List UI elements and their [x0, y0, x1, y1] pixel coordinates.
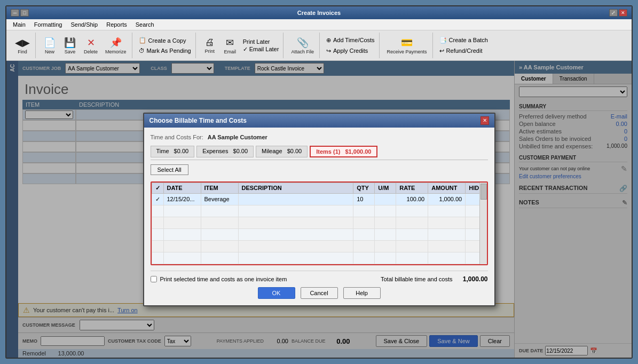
modal-tab-items[interactable]: Items (1) $1,000.00: [310, 146, 377, 157]
col-rate: RATE: [396, 183, 428, 193]
modal-footer-left: Print selected time and costs as one inv…: [151, 276, 287, 282]
table-row: [152, 240, 486, 252]
pending-icon: ⏱: [139, 48, 145, 54]
memorize-button[interactable]: 📌 Memorize: [102, 34, 130, 57]
add-time-icon: ⊕: [326, 37, 331, 44]
desc-cell-2: [238, 205, 353, 217]
col-qty: QTY: [353, 183, 375, 193]
refund-icon: ↩: [439, 48, 444, 54]
modal-title-bar: Choose Billable Time and Costs ✕: [144, 114, 494, 128]
apply-credits-icon: ↪: [326, 48, 331, 54]
toolbar: ◀▶ Find 📄 New 💾 Save ✕ Delete 📌 Memorize: [6, 30, 632, 61]
col-um: U/M: [375, 183, 396, 193]
menu-reports[interactable]: Reports: [102, 20, 131, 29]
toolbar-group-batch: 📑 Create a Batch ↩ Refund/Credit: [435, 33, 492, 58]
modal-footer-right: Total billable time and costs 1,000.00: [381, 275, 488, 283]
item-cell-2: [201, 205, 238, 217]
refund-credit-button[interactable]: ↩ Refund/Credit: [437, 46, 490, 56]
modal-dialog: Choose Billable Time and Costs ✕ Time an…: [143, 113, 495, 306]
date-cell-2: [163, 205, 201, 217]
attach-icon: 📎: [297, 37, 309, 49]
add-time-costs-button[interactable]: ⊕ Add Time/Costs: [324, 36, 377, 45]
mark-pending-button[interactable]: ⏱ Mark As Pending: [137, 46, 193, 55]
total-label: Total billable time and costs: [381, 276, 453, 282]
modal-ok-button[interactable]: OK: [258, 287, 295, 299]
col-amount: AMOUNT: [428, 183, 466, 193]
modal-close-button[interactable]: ✕: [481, 116, 489, 125]
find-icon: ◀▶: [15, 37, 30, 49]
toolbar-group-copy: 📋 Create a Copy ⏱ Mark As Pending: [135, 33, 196, 58]
col-date: DATE: [163, 183, 201, 193]
close-btn[interactable]: ✕: [619, 9, 627, 17]
delete-button[interactable]: ✕ Delete: [81, 34, 101, 57]
date-cell-1: 12/15/20...: [163, 193, 201, 205]
print-checkbox[interactable]: [151, 276, 157, 282]
delete-icon: ✕: [87, 37, 95, 49]
save-button[interactable]: 💾 Save: [60, 34, 80, 57]
modal-title: Choose Billable Time and Costs: [149, 117, 247, 124]
receive-payments-button[interactable]: 💳 Receive Payments: [384, 34, 430, 57]
find-button[interactable]: ◀▶ Find: [12, 34, 33, 57]
modal-tab-mileage[interactable]: Mileage $0.00: [256, 146, 308, 157]
rate-cell-1: 100.00: [396, 193, 428, 205]
col-check: ✓: [152, 183, 163, 193]
minimize-btn[interactable]: ─: [11, 9, 19, 17]
amount-cell-2: [428, 205, 466, 217]
modal-overlay: Choose Billable Time and Costs ✕ Time an…: [6, 61, 632, 358]
save-icon: 💾: [64, 37, 76, 49]
item-cell-1: Beverage: [201, 193, 238, 205]
um-cell-3: [375, 217, 396, 228]
total-value: 1,000.00: [456, 275, 488, 283]
create-batch-button[interactable]: 📑 Create a Batch: [437, 36, 490, 45]
copy-icon: 📋: [139, 37, 146, 44]
modal-for-label: Time and Costs For:: [151, 134, 203, 140]
modal-tabs-row: Time $0.00 Expenses $0.00 Mileage $0.00: [151, 146, 488, 160]
print-later-label: Print Later: [243, 38, 279, 45]
attach-file-button[interactable]: 📎 Attach File: [288, 34, 317, 57]
memorize-icon: 📌: [110, 37, 122, 49]
table-scrollbar[interactable]: [479, 183, 487, 264]
toolbar-group-receive: 💳 Receive Payments: [382, 33, 433, 58]
table-row: ✓ 12/15/20... Beverage 10 100.00 1,000.0…: [152, 193, 486, 205]
col-description: DESCRIPTION: [238, 183, 353, 193]
date-cell-3: [163, 217, 201, 228]
qty-cell-2: [353, 205, 375, 217]
email-later-label: ✓ Email Later: [243, 46, 279, 53]
batch-icon: 📑: [439, 37, 447, 44]
apply-credits-button[interactable]: ↪ Apply Credits: [324, 46, 377, 56]
print-checkbox-label: Print selected time and costs as one inv…: [160, 276, 287, 282]
modal-footer: Print selected time and costs as one inv…: [151, 271, 488, 283]
menu-main[interactable]: Main: [9, 20, 30, 29]
new-button[interactable]: 📄 New: [40, 34, 59, 57]
email-icon: ✉: [226, 37, 234, 49]
receive-icon: 💳: [401, 37, 413, 49]
modal-help-button[interactable]: Help: [343, 287, 381, 299]
modal-for-row: Time and Costs For: AA Sample Customer: [151, 134, 488, 140]
email-button[interactable]: ✉ Email: [220, 34, 240, 57]
modal-buttons: OK Cancel Help: [151, 287, 488, 299]
check-cell-2: [152, 205, 163, 217]
menu-formatting[interactable]: Formatting: [30, 20, 67, 29]
table-header-row: ✓ DATE ITEM DESCRIPTION QTY U/M RATE AMO…: [152, 183, 486, 193]
table-row: [152, 205, 486, 217]
window-title: Create Invoices: [29, 10, 609, 16]
check-cell-6: [152, 252, 163, 264]
modal-body: Time and Costs For: AA Sample Customer T…: [144, 128, 494, 305]
create-copy-button[interactable]: 📋 Create a Copy: [137, 36, 193, 45]
scrollbar-thumb: [481, 184, 487, 200]
menu-search[interactable]: Search: [131, 20, 159, 29]
rate-cell-2: [396, 205, 428, 217]
modal-cancel-button[interactable]: Cancel: [301, 287, 338, 299]
new-icon: 📄: [44, 37, 56, 49]
modal-tab-time[interactable]: Time $0.00: [151, 146, 195, 157]
print-button[interactable]: 🖨 Print: [200, 34, 219, 57]
check-cell-1[interactable]: ✓: [152, 193, 163, 205]
qty-cell-1: 10: [353, 193, 375, 205]
maximize-btn[interactable]: □: [20, 9, 29, 17]
print-icon: 🖨: [205, 37, 215, 48]
select-all-button[interactable]: Select All: [151, 164, 188, 175]
restore-btn[interactable]: ⤢: [609, 9, 618, 17]
menu-send-ship[interactable]: Send/Ship: [66, 20, 102, 29]
modal-tab-expenses[interactable]: Expenses $0.00: [196, 146, 254, 157]
table-row: [152, 217, 486, 228]
